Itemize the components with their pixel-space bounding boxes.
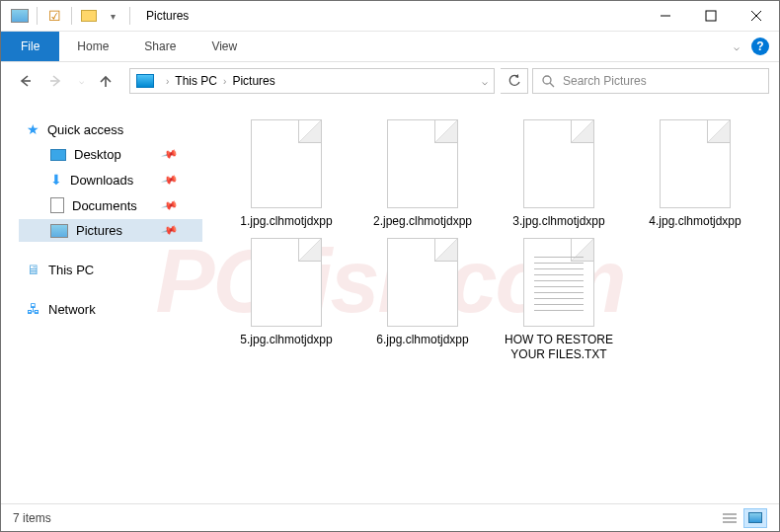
pin-icon: 📌 <box>161 221 180 239</box>
file-item[interactable]: 2.jpeg.clhmotjdxpp <box>358 119 487 230</box>
titlebar: ☑ ▾ Pictures <box>1 1 779 32</box>
star-icon: ★ <box>27 121 39 137</box>
sidebar-quick-access[interactable]: ★ Quick access <box>19 117 202 141</box>
sidebar-item-label: Downloads <box>70 173 133 188</box>
file-icon <box>387 119 458 208</box>
help-icon[interactable]: ? <box>751 38 769 55</box>
file-icon <box>251 119 322 208</box>
svg-point-7 <box>543 76 551 84</box>
pictures-icon <box>50 224 68 238</box>
pin-icon: 📌 <box>161 171 180 189</box>
item-count: 7 items <box>13 511 51 525</box>
file-label: HOW TO RESTORE YOUR FILES.TXT <box>500 333 618 363</box>
chevron-right-icon[interactable]: › <box>166 76 169 87</box>
file-item[interactable]: 5.jpg.clhmotjdxpp <box>222 238 351 363</box>
svg-line-8 <box>550 83 554 87</box>
sidebar-item-label: Network <box>48 302 96 317</box>
quick-access-toolbar: ☑ ▾ <box>1 5 134 27</box>
qat-properties[interactable]: ☑ <box>43 5 65 27</box>
sidebar-item-label: Desktop <box>74 147 121 162</box>
statusbar: 7 items <box>1 503 779 531</box>
file-label: 1.jpg.clhmotjdxpp <box>240 214 332 230</box>
tab-view[interactable]: View <box>194 32 255 61</box>
sidebar-item-downloads[interactable]: ⬇ Downloads 📌 <box>19 168 202 191</box>
file-icon <box>387 238 458 327</box>
file-label: 6.jpg.clhmotjdxpp <box>376 333 468 348</box>
search-placeholder: Search Pictures <box>563 74 647 88</box>
explorer-window: ☑ ▾ Pictures File Home Share View ⌵ ? ⌵ <box>0 0 780 532</box>
sidebar-item-label: Documents <box>72 198 137 213</box>
text-file-icon <box>523 238 594 327</box>
file-item[interactable]: 4.jpg.clhmotjdxpp <box>631 119 759 230</box>
app-icon[interactable] <box>9 5 31 27</box>
file-label: 2.jpeg.clhmotjdxpp <box>373 214 472 230</box>
details-view-button[interactable] <box>718 508 741 528</box>
file-tab[interactable]: File <box>1 32 59 61</box>
search-icon <box>541 74 555 88</box>
file-item[interactable]: HOW TO RESTORE YOUR FILES.TXT <box>495 238 623 363</box>
sidebar-item-documents[interactable]: Documents 📌 <box>19 193 202 217</box>
window-title: Pictures <box>146 9 189 23</box>
sidebar-item-desktop[interactable]: Desktop 📌 <box>19 143 202 166</box>
chevron-right-icon[interactable]: › <box>223 76 226 87</box>
ribbon: File Home Share View ⌵ ? <box>1 32 779 62</box>
minimize-button[interactable] <box>643 1 688 31</box>
sidebar-item-network[interactable]: 🖧 Network <box>19 297 202 321</box>
file-icon <box>660 119 731 208</box>
sidebar-item-pictures[interactable]: Pictures 📌 <box>19 219 202 242</box>
pc-icon: 🖥 <box>27 262 40 277</box>
breadcrumb-item[interactable]: This PC <box>175 74 217 88</box>
sidebar-item-label: This PC <box>48 263 94 277</box>
qat-customize[interactable]: ▾ <box>102 5 123 27</box>
desktop-icon <box>50 149 66 161</box>
breadcrumb[interactable]: › This PC › Pictures ⌵ <box>129 68 495 94</box>
sidebar-item-label: Pictures <box>76 223 122 238</box>
search-input[interactable]: Search Pictures <box>532 68 769 94</box>
navbar: ⌵ › This PC › Pictures ⌵ Search Pictures <box>1 62 779 100</box>
file-item[interactable]: 6.jpg.clhmotjdxpp <box>358 238 487 363</box>
recent-dropdown[interactable]: ⌵ <box>74 67 88 95</box>
sidebar-item-label: Quick access <box>47 122 123 137</box>
thumbnails-view-button[interactable] <box>743 508 767 528</box>
sidebar-item-this-pc[interactable]: 🖥 This PC <box>19 258 202 281</box>
tab-home[interactable]: Home <box>59 32 126 61</box>
forward-button[interactable] <box>42 67 70 95</box>
documents-icon <box>50 197 64 213</box>
breadcrumb-dropdown-icon[interactable]: ⌵ <box>482 76 488 87</box>
file-icon <box>523 119 594 208</box>
close-button[interactable] <box>734 1 779 31</box>
up-button[interactable] <box>92 67 119 95</box>
navigation-pane: ★ Quick access Desktop 📌 ⬇ Downloads 📌 D… <box>1 100 202 503</box>
tab-share[interactable]: Share <box>126 32 194 61</box>
back-button[interactable] <box>11 67 39 95</box>
maximize-button[interactable] <box>688 1 734 31</box>
svg-rect-1 <box>706 11 716 21</box>
breadcrumb-item[interactable]: Pictures <box>232 74 274 88</box>
file-label: 5.jpg.clhmotjdxpp <box>240 333 332 348</box>
location-icon <box>136 74 154 88</box>
network-icon: 🖧 <box>27 301 40 317</box>
file-label: 4.jpg.clhmotjdxpp <box>649 214 741 230</box>
file-list[interactable]: 1.jpg.clhmotjdxpp2.jpeg.clhmotjdxpp3.jpg… <box>202 100 779 503</box>
file-icon <box>251 238 322 327</box>
file-item[interactable]: 3.jpg.clhmotjdxpp <box>495 119 623 230</box>
pin-icon: 📌 <box>161 196 180 214</box>
file-label: 3.jpg.clhmotjdxpp <box>512 214 604 230</box>
refresh-button[interactable] <box>501 68 528 94</box>
pin-icon: 📌 <box>161 145 180 163</box>
ribbon-expand-icon[interactable]: ⌵ <box>734 41 740 52</box>
file-item[interactable]: 1.jpg.clhmotjdxpp <box>222 119 351 230</box>
qat-folder[interactable] <box>78 5 100 27</box>
downloads-icon: ⬇ <box>50 172 62 188</box>
